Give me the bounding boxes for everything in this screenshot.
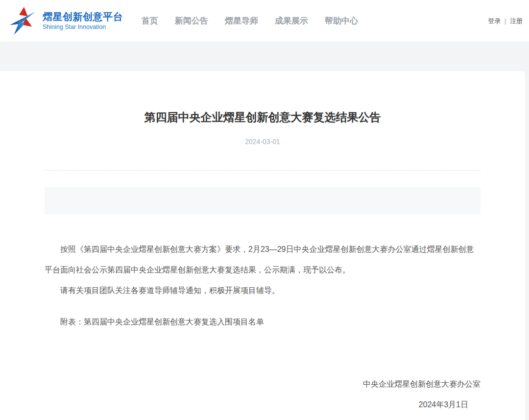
- article-body: 按照《第四届中央企业熠星创新创意大赛方案》要求，2月23—29日中央企业熠星创新…: [45, 239, 481, 301]
- nav-item-achievements[interactable]: 成果展示: [275, 0, 308, 42]
- auth-links: 登录 | 注册: [488, 17, 523, 25]
- signature-date: 2024年3月1日: [45, 395, 468, 415]
- register-link[interactable]: 注册: [510, 17, 523, 25]
- summary-placeholder-block: [45, 187, 481, 214]
- page-title: 第四届中央企业熠星创新创意大赛复选结果公告: [45, 71, 481, 125]
- nav-item-help[interactable]: 帮助中心: [325, 0, 358, 42]
- article-paragraph: 请有关项目团队关注各赛道导师辅导通知，积极开展项目辅导。: [45, 280, 481, 301]
- brand-text: 熠星创新创意平台 Shining Star Innovation: [43, 11, 123, 30]
- publish-date: 2024-03-01: [45, 138, 481, 146]
- nav-item-home[interactable]: 首页: [142, 0, 158, 42]
- announcement-card: 第四届中央企业熠星创新创意大赛复选结果公告 2024-03-01 按照《第四届中…: [0, 71, 525, 420]
- signature-org: 中央企业熠星创新创意大赛办公室: [45, 374, 481, 395]
- brand-logo[interactable]: 熠星创新创意平台 Shining Star Innovation: [10, 5, 123, 37]
- signature-block: 中央企业熠星创新创意大赛办公室 2024年3月1日: [45, 374, 481, 415]
- nav-item-mentors[interactable]: 熠星导师: [225, 0, 258, 42]
- article-container: 第四届中央企业熠星创新创意大赛复选结果公告 2024-03-01 按照《第四届中…: [45, 71, 481, 415]
- site-header: 熠星创新创意平台 Shining Star Innovation 首页 新闻公告…: [0, 0, 529, 42]
- login-link[interactable]: 登录: [488, 17, 501, 25]
- article-paragraph: 按照《第四届中央企业熠星创新创意大赛方案》要求，2月23—29日中央企业熠星创新…: [45, 239, 481, 280]
- dashed-divider: [45, 170, 481, 171]
- star-arrow-logo-icon: [10, 5, 38, 37]
- page-background-band: [0, 42, 529, 71]
- brand-name-zh: 熠星创新创意平台: [43, 11, 123, 22]
- auth-separator: |: [505, 17, 506, 25]
- attachment-link[interactable]: 附表：第四届中央企业熠星创新创意大赛复选入围项目名单: [45, 312, 481, 332]
- brand-name-en: Shining Star Innovation: [43, 24, 123, 30]
- main-nav: 首页 新闻公告 熠星导师 成果展示 帮助中心: [142, 0, 358, 42]
- nav-item-news[interactable]: 新闻公告: [175, 0, 208, 42]
